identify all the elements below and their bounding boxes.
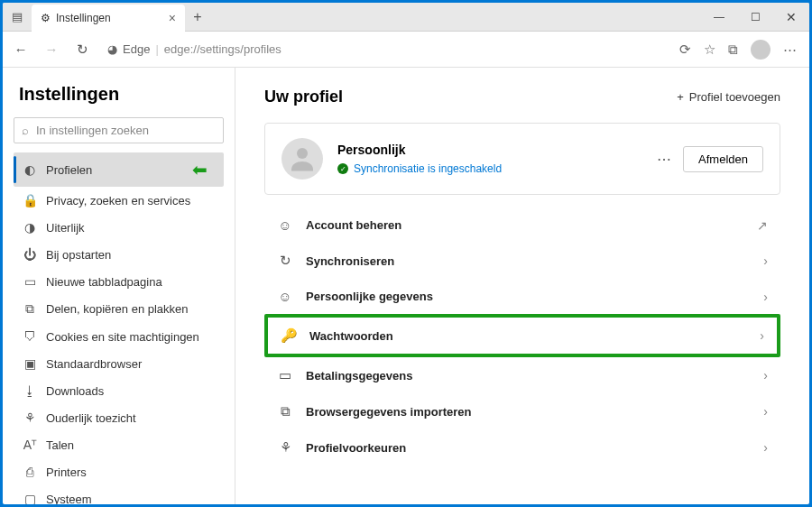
menu-item-label: Persoonlijke gegevens bbox=[306, 290, 751, 303]
read-aloud-icon[interactable]: ⟳ bbox=[679, 41, 691, 58]
main-header: Uw profiel + Profiel toevoegen bbox=[264, 88, 780, 106]
menu-item-icon: ↻ bbox=[277, 253, 293, 269]
profile-actions: ⋯ Afmelden bbox=[657, 146, 763, 172]
toolbar-actions: ⟳ ☆ ⧉ ⋯ bbox=[679, 40, 802, 60]
profile-menu-item[interactable]: ⧉Browsergegevens importeren› bbox=[264, 393, 780, 429]
sidebar-item[interactable]: AᵀTalen bbox=[14, 431, 224, 458]
collections-icon[interactable]: ⧉ bbox=[728, 41, 738, 58]
sidebar-item-label: Privacy, zoeken en services bbox=[46, 194, 190, 207]
sidebar-item-icon: ⛉ bbox=[23, 329, 37, 344]
sidebar-item-label: Standaardbrowser bbox=[46, 357, 142, 371]
browser-tab[interactable]: ⚙ Instellingen × bbox=[32, 5, 185, 32]
profile-menu-item[interactable]: ☺Account beheren↗ bbox=[264, 207, 780, 243]
sidebar-item[interactable]: ⏻Bij opstarten bbox=[14, 241, 224, 268]
menu-item-label: Profielvoorkeuren bbox=[306, 441, 751, 455]
chevron-right-icon: › bbox=[763, 254, 768, 268]
menu-item-label: Account beheren bbox=[306, 218, 744, 232]
edge-logo-icon: ◕ bbox=[107, 42, 117, 56]
menu-item-label: Betalingsgegevens bbox=[306, 369, 751, 383]
sidebar-item-icon: ⏻ bbox=[23, 247, 37, 262]
profile-avatar bbox=[281, 138, 323, 180]
app-icon: ▤ bbox=[3, 10, 32, 23]
sidebar-item-icon: ⚘ bbox=[23, 410, 37, 425]
chevron-right-icon: ↗ bbox=[757, 218, 768, 233]
sidebar-item[interactable]: ◐Profielen⬅ bbox=[14, 152, 224, 187]
sidebar-item-icon: ▣ bbox=[23, 356, 37, 371]
settings-search[interactable]: ⌕ In instellingen zoeken bbox=[14, 117, 224, 143]
settings-main: Uw profiel + Profiel toevoegen Persoonli… bbox=[235, 68, 809, 504]
profile-more-button[interactable]: ⋯ bbox=[657, 151, 672, 168]
sidebar-item-icon: ◑ bbox=[23, 220, 37, 235]
sidebar-item[interactable]: 🔒Privacy, zoeken en services bbox=[14, 187, 224, 214]
profile-menu: ☺Account beheren↗↻Synchroniseren›☺Persoo… bbox=[264, 207, 780, 466]
brand-label: Edge bbox=[123, 42, 150, 56]
sidebar-item-label: Bij opstarten bbox=[46, 248, 111, 262]
chevron-right-icon: › bbox=[763, 404, 768, 419]
menu-item-icon: ⧉ bbox=[277, 403, 293, 419]
sidebar-item-label: Delen, kopiëren en plakken bbox=[46, 302, 189, 316]
menu-item-icon: ☺ bbox=[277, 289, 293, 304]
profile-card: Persoonlijk ✓ Synchronisatie is ingescha… bbox=[264, 123, 780, 195]
refresh-button[interactable]: ↻ bbox=[71, 39, 93, 60]
window-controls: — ☐ ✕ bbox=[701, 3, 809, 32]
profile-avatar-icon[interactable] bbox=[751, 40, 770, 60]
svg-point-0 bbox=[297, 148, 308, 159]
minimize-button[interactable]: — bbox=[701, 3, 737, 32]
sidebar-item[interactable]: ⚘Ouderlijk toezicht bbox=[14, 404, 224, 431]
tab-settings-icon: ⚙ bbox=[41, 12, 51, 24]
chevron-right-icon: › bbox=[763, 290, 768, 304]
sidebar-item-label: Nieuwe tabbladpagina bbox=[46, 275, 162, 289]
sidebar-item[interactable]: ▢Systeem bbox=[14, 485, 224, 504]
arrow-annotation-icon: ⬅ bbox=[192, 159, 208, 180]
sidebar-item[interactable]: ▭Nieuwe tabbladpagina bbox=[14, 268, 224, 295]
profile-menu-item[interactable]: 🔑Wachtwoorden› bbox=[264, 314, 780, 357]
tab-title: Instellingen bbox=[56, 12, 111, 24]
profile-menu-item[interactable]: ▭Betalingsgegevens› bbox=[264, 357, 780, 393]
menu-item-icon: 🔑 bbox=[281, 327, 297, 344]
add-profile-button[interactable]: + Profiel toevoegen bbox=[677, 90, 780, 104]
profile-info: Persoonlijk ✓ Synchronisatie is ingescha… bbox=[337, 143, 642, 175]
back-button[interactable]: ← bbox=[10, 39, 32, 60]
sidebar-item[interactable]: ⧉Delen, kopiëren en plakken bbox=[14, 295, 224, 323]
sidebar-item[interactable]: ◑Uiterlijk bbox=[14, 214, 224, 241]
search-icon: ⌕ bbox=[22, 124, 29, 137]
menu-item-label: Synchroniseren bbox=[306, 254, 751, 268]
more-menu-icon[interactable]: ⋯ bbox=[783, 41, 797, 58]
favorites-icon[interactable]: ☆ bbox=[704, 41, 715, 58]
sync-text: Synchronisatie is ingeschakeld bbox=[354, 162, 502, 175]
sidebar-item[interactable]: ⛉Cookies en site machtigingen bbox=[14, 323, 224, 350]
profile-menu-item[interactable]: ⚘Profielvoorkeuren› bbox=[264, 429, 780, 466]
settings-sidebar: Instellingen ⌕ In instellingen zoeken ◐P… bbox=[3, 68, 235, 504]
chevron-right-icon: › bbox=[760, 328, 764, 343]
menu-item-icon: ⚘ bbox=[277, 439, 293, 456]
sidebar-item[interactable]: ⎙Printers bbox=[14, 458, 224, 485]
sidebar-item-label: Cookies en site machtigingen bbox=[46, 330, 199, 344]
content: Instellingen ⌕ In instellingen zoeken ◐P… bbox=[3, 68, 809, 504]
maximize-button[interactable]: ☐ bbox=[737, 3, 773, 32]
sidebar-item[interactable]: ⭳Downloads bbox=[14, 377, 224, 404]
chevron-right-icon: › bbox=[763, 368, 768, 383]
close-tab-icon[interactable]: × bbox=[169, 11, 176, 25]
sidebar-item-label: Printers bbox=[46, 466, 87, 479]
menu-item-icon: ▭ bbox=[277, 367, 293, 383]
signout-button[interactable]: Afmelden bbox=[683, 146, 763, 172]
plus-icon: + bbox=[677, 90, 684, 104]
titlebar: ▤ ⚙ Instellingen × + — ☐ ✕ bbox=[3, 3, 809, 32]
add-profile-label: Profiel toevoegen bbox=[689, 90, 780, 104]
sidebar-item-icon: ◐ bbox=[23, 162, 37, 177]
sidebar-item-label: Profielen bbox=[46, 163, 92, 177]
profile-menu-item[interactable]: ☺Persoonlijke gegevens› bbox=[264, 279, 780, 314]
chevron-right-icon: › bbox=[763, 440, 768, 455]
sidebar-item-icon: Aᵀ bbox=[23, 438, 37, 452]
sync-status[interactable]: ✓ Synchronisatie is ingeschakeld bbox=[337, 162, 642, 175]
sidebar-item-icon: ⎙ bbox=[23, 465, 37, 479]
sidebar-item-label: Ouderlijk toezicht bbox=[46, 411, 136, 425]
sidebar-item-icon: 🔒 bbox=[23, 193, 37, 207]
close-window-button[interactable]: ✕ bbox=[773, 3, 809, 32]
address-bar[interactable]: ◕ Edge | edge://settings/profiles bbox=[102, 42, 670, 56]
sidebar-item[interactable]: ▣Standaardbrowser bbox=[14, 350, 224, 377]
forward-button[interactable]: → bbox=[41, 39, 62, 60]
profile-menu-item[interactable]: ↻Synchroniseren› bbox=[264, 243, 780, 279]
sidebar-heading: Instellingen bbox=[14, 84, 224, 105]
new-tab-button[interactable]: + bbox=[185, 9, 210, 25]
